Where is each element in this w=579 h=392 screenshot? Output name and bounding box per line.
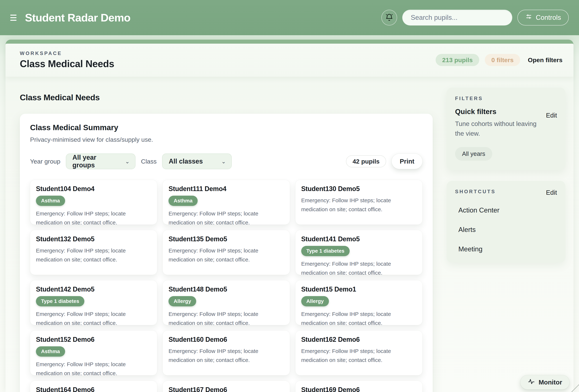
quick-filters-description: Tune cohorts without leaving the view. [455,119,543,138]
workspace-bar: WORKSPACE Class Medical Needs 213 pupils… [5,44,574,77]
app-title: Student Radar Demo [25,11,130,24]
year-group-select[interactable]: All year groups ⌄ [66,154,136,169]
notifications-button[interactable] [381,10,397,25]
shortcuts-eyebrow: SHORTCUTS [455,189,496,195]
student-name: Student169 Demo6 [301,386,417,392]
student-card[interactable]: Student132 Demo5 Emergency: Follow IHP s… [30,230,157,275]
emergency-note: Emergency: Follow IHP steps; locate medi… [168,246,284,264]
shortcut-item[interactable]: Alerts [458,226,557,234]
controls-label: Controls [536,14,561,21]
student-card[interactable]: Student167 Demo6 Emergency: Follow IHP s… [163,381,290,392]
summary-filter-row: Year group All year groups ⌄ Class All c… [30,154,423,169]
quick-filters-card: FILTERS Quick filters Tune cohorts witho… [447,88,566,170]
student-card[interactable]: Student169 Demo6 Hearing Emergency: Foll… [295,381,423,392]
medical-tag: Type 1 diabetes [301,246,350,256]
chevron-down-icon: ⌄ [125,158,130,165]
class-value: All classes [169,157,203,165]
student-card[interactable]: Student148 Demo5 Allergy Emergency: Foll… [163,280,290,325]
student-card[interactable]: Student135 Demo5 Emergency: Follow IHP s… [163,230,290,275]
content-area: Class Medical Needs Class Medical Summar… [5,77,574,392]
summary-subtitle: Privacy-minimised view for class/supply … [30,136,423,143]
student-card[interactable]: Student141 Demo5 Type 1 diabetes Emergen… [295,230,423,275]
student-card[interactable]: Student15 Demo1 Allergy Emergency: Follo… [295,280,423,325]
filter-chip[interactable]: All years [455,147,492,161]
print-button[interactable]: Print [392,154,423,169]
emergency-note: Emergency: Follow IHP steps; locate medi… [301,196,417,214]
student-card[interactable]: Student152 Demo6 Asthma Emergency: Follo… [30,331,157,375]
filtered-pupils-badge: 42 pupils [346,155,386,167]
summary-title: Class Medical Summary [30,123,423,132]
quick-filters-head: Quick filters Tune cohorts without leavi… [455,101,557,138]
emergency-note: Emergency: Follow IHP steps; locate medi… [168,209,284,225]
student-name: Student104 Demo4 [36,185,151,193]
emergency-note: Emergency: Follow IHP steps; locate medi… [36,310,151,325]
quick-filters-text: Quick filters Tune cohorts without leavi… [455,101,543,138]
class-label: Class [141,158,156,165]
emergency-note: Emergency: Follow IHP steps; locate medi… [168,310,284,325]
edit-filters-button[interactable]: Edit [546,112,557,119]
workspace-heading: WORKSPACE Class Medical Needs [20,51,114,69]
pupils-count-badge: 213 pupils [436,54,479,66]
filter-chip-row: All years [455,147,557,161]
student-name: Student164 Demo6 [36,386,151,392]
student-name: Student135 Demo5 [168,235,284,243]
edit-shortcuts-button[interactable]: Edit [546,189,557,196]
class-medical-summary-card: Class Medical Summary Privacy-minimised … [20,114,433,392]
shortcuts-head: SHORTCUTS Edit [455,189,557,196]
student-card[interactable]: Student164 Demo6 Emergency: Follow IHP s… [30,381,157,392]
student-card[interactable]: Student162 Demo6 Emergency: Follow IHP s… [295,331,423,375]
workspace-title: Class Medical Needs [20,58,114,69]
chevron-down-icon: ⌄ [221,158,226,165]
year-group-value: All year groups [72,154,118,169]
controls-button[interactable]: Controls [517,10,569,25]
student-name: Student152 Demo6 [36,336,151,343]
emergency-note: Emergency: Follow IHP steps; locate medi… [301,259,417,275]
pulse-icon [528,378,535,387]
student-card[interactable]: Student111 Demo4 Asthma Emergency: Follo… [163,180,290,225]
right-sidebar: FILTERS Quick filters Tune cohorts witho… [447,77,566,392]
student-name: Student167 Demo6 [168,386,284,392]
student-name: Student132 Demo5 [36,235,151,243]
student-card[interactable]: Student142 Demo5 Type 1 diabetes Emergen… [30,280,157,325]
student-name: Student162 Demo6 [301,336,417,343]
student-name: Student142 Demo5 [36,286,151,293]
app-header: Student Radar Demo Controls [0,0,579,35]
medical-tag: Type 1 diabetes [36,296,84,306]
emergency-note: Emergency: Follow IHP steps; locate medi… [36,360,151,375]
medical-tag: Allergy [168,296,196,306]
filters-count-badge: 0 filters [485,54,520,66]
student-name: Student148 Demo5 [168,286,284,293]
emergency-note: Emergency: Follow IHP steps; locate medi… [36,209,151,225]
monitor-button[interactable]: Monitor [520,375,570,390]
workspace-actions: 213 pupils 0 filters Open filters [436,54,563,66]
student-card[interactable]: Student130 Demo5 Emergency: Follow IHP s… [295,180,423,225]
student-name: Student15 Demo1 [301,286,417,293]
medical-tag: Asthma [36,346,65,357]
emergency-note: Emergency: Follow IHP steps; locate medi… [301,310,417,325]
student-card[interactable]: Student160 Demo6 Emergency: Follow IHP s… [163,331,290,375]
page-background: WORKSPACE Class Medical Needs 213 pupils… [0,35,579,392]
student-name: Student111 Demo4 [168,185,284,193]
header-actions: Controls [381,10,569,25]
shortcut-item[interactable]: Meeting [458,245,557,253]
bell-icon [385,13,393,22]
monitor-label: Monitor [539,379,562,386]
section-title: Class Medical Needs [20,93,433,102]
search-input[interactable] [402,10,512,25]
class-select[interactable]: All classes ⌄ [162,154,232,169]
main-panel: WORKSPACE Class Medical Needs 213 pupils… [5,40,574,392]
student-card[interactable]: Student104 Demo4 Asthma Emergency: Follo… [30,180,157,225]
student-name: Student141 Demo5 [301,235,417,243]
medical-tag: Asthma [36,196,65,206]
workspace-eyebrow: WORKSPACE [20,51,114,56]
shortcuts-card: SHORTCUTS Edit Action Center Alerts Meet… [447,181,566,263]
emergency-note: Emergency: Follow IHP steps; locate medi… [301,347,417,365]
open-filters-button[interactable]: Open filters [528,57,563,64]
shortcut-list: Action Center Alerts Meeting [455,206,557,253]
emergency-note: Emergency: Follow IHP steps; locate medi… [168,347,284,365]
student-grid: Student104 Demo4 Asthma Emergency: Follo… [30,180,423,392]
student-name: Student160 Demo6 [168,336,284,343]
menu-icon[interactable] [10,15,18,21]
content-main: Class Medical Needs Class Medical Summar… [20,77,433,392]
shortcut-item[interactable]: Action Center [458,206,557,214]
